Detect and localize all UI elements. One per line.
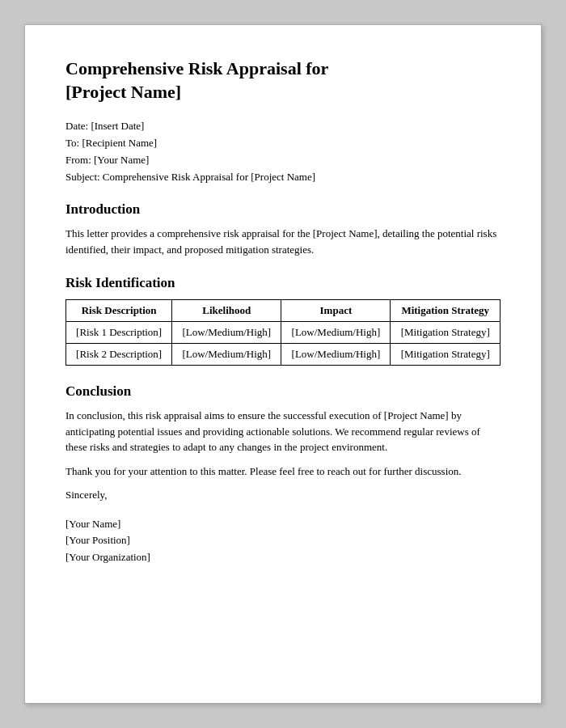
meta-from: From: [Your Name]: [65, 154, 501, 167]
risk-identification-heading: Risk Identification: [65, 275, 501, 291]
title-line2: [Project Name]: [65, 82, 181, 102]
signature-position: [Your Position]: [65, 532, 501, 549]
table-cell-r0-c2: [Low/Medium/High]: [281, 322, 391, 344]
signature-name: [Your Name]: [65, 516, 501, 533]
table-header-row: Risk Description Likelihood Impact Mitig…: [66, 300, 501, 322]
meta-to: To: [Recipient Name]: [65, 137, 501, 150]
table-cell-r0-c1: [Low/Medium/High]: [172, 322, 281, 344]
title-line1: Comprehensive Risk Appraisal for: [65, 58, 328, 78]
meta-subject: Subject: Comprehensive Risk Appraisal fo…: [65, 171, 501, 184]
conclusion-heading: Conclusion: [65, 383, 501, 400]
table-row: [Risk 1 Description][Low/Medium/High][Lo…: [66, 322, 501, 344]
signature-organization: [Your Organization]: [65, 549, 501, 566]
table-cell-r1-c3: [Mitigation Strategy]: [391, 344, 501, 366]
col-likelihood: Likelihood: [172, 300, 281, 322]
col-impact: Impact: [281, 300, 391, 322]
conclusion-body1: In conclusion, this risk appraisal aims …: [65, 408, 501, 455]
sincerely: Sincerely,: [65, 487, 501, 503]
table-row: [Risk 2 Description][Low/Medium/High][Lo…: [66, 344, 501, 366]
document-page: Comprehensive Risk Appraisal for [Projec…: [24, 24, 542, 704]
col-risk-description: Risk Description: [66, 300, 172, 322]
table-cell-r1-c2: [Low/Medium/High]: [281, 344, 391, 366]
meta-date: Date: [Insert Date]: [65, 120, 501, 133]
table-cell-r1-c1: [Low/Medium/High]: [172, 344, 281, 366]
introduction-heading: Introduction: [65, 201, 501, 218]
table-cell-r1-c0: [Risk 2 Description]: [66, 344, 172, 366]
table-cell-r0-c0: [Risk 1 Description]: [66, 322, 172, 344]
risk-table: Risk Description Likelihood Impact Mitig…: [65, 299, 501, 366]
col-mitigation: Mitigation Strategy: [391, 300, 501, 322]
signature-block: [Your Name] [Your Position] [Your Organi…: [65, 516, 501, 566]
introduction-body: This letter provides a comprehensive ris…: [65, 226, 501, 257]
document-title: Comprehensive Risk Appraisal for [Projec…: [65, 57, 501, 104]
table-cell-r0-c3: [Mitigation Strategy]: [391, 322, 501, 344]
conclusion-body2: Thank you for your attention to this mat…: [65, 463, 501, 480]
